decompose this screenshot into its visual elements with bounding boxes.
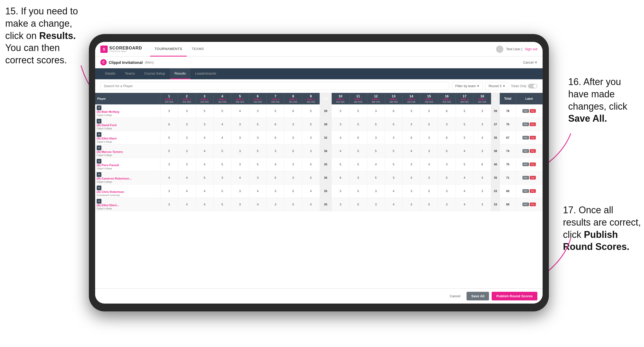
score-hole-7[interactable]: 6 [267, 118, 284, 131]
score-hole-4[interactable]: 4 [213, 118, 231, 131]
cancel-tournament-btn[interactable]: Cancel ✕ [523, 60, 537, 64]
score-hole-10[interactable]: 6 [332, 171, 349, 184]
score-hole-15[interactable]: 3 [420, 131, 438, 144]
score-hole-6[interactable]: 5 [249, 144, 267, 158]
score-hole-16[interactable]: 5 [438, 171, 456, 184]
score-hole-6[interactable]: 4 [249, 198, 267, 211]
dq-button[interactable]: DQ [530, 163, 536, 166]
score-hole-3[interactable]: 5 [196, 171, 214, 184]
score-hole-13[interactable]: 4 [385, 184, 402, 198]
score-hole-12[interactable]: 3 [367, 104, 385, 118]
score-hole-9[interactable]: 5 [302, 171, 320, 184]
score-hole-12[interactable]: 4 [367, 158, 385, 171]
score-hole-4[interactable]: 5 [213, 144, 231, 158]
score-hole-13[interactable]: 6 [385, 104, 402, 118]
score-hole-3[interactable]: 4 [196, 131, 214, 144]
score-hole-2[interactable]: 3 [178, 144, 196, 158]
score-hole-10[interactable]: 4 [332, 144, 349, 158]
score-hole-3[interactable]: 4 [196, 198, 214, 211]
cancel-action-button[interactable]: Cancel [446, 292, 464, 300]
score-hole-2[interactable]: 4 [178, 171, 196, 184]
score-hole-9[interactable]: 5 [302, 158, 320, 171]
score-hole-6[interactable]: 5 [249, 118, 267, 131]
score-hole-18[interactable]: 6 [473, 158, 491, 171]
score-hole-12[interactable]: 3 [367, 184, 385, 198]
dq-button[interactable]: DQ [530, 136, 536, 139]
score-hole-2[interactable]: 3 [178, 131, 196, 144]
score-hole-8[interactable]: 5 [284, 198, 302, 211]
score-hole-12[interactable]: 3 [367, 131, 385, 144]
score-hole-1[interactable]: 3 [160, 184, 178, 198]
score-hole-5[interactable]: 3 [231, 198, 249, 211]
scores-area[interactable]: Player 1PAR: 4370 YDS 2PAR: 5511 YDS 3PA… [95, 93, 543, 288]
score-hole-10[interactable]: 3 [332, 118, 349, 131]
score-hole-7[interactable]: 5 [267, 131, 284, 144]
score-hole-6[interactable]: 3 [249, 131, 267, 144]
wd-button[interactable]: WD [522, 176, 529, 180]
search-input[interactable] [100, 82, 449, 90]
score-hole-3[interactable]: 4 [196, 144, 214, 158]
score-hole-17[interactable]: 5 [456, 118, 473, 131]
score-hole-16[interactable]: 3 [438, 118, 456, 131]
score-hole-5[interactable]: 3 [231, 184, 249, 198]
score-hole-10[interactable]: 3 [332, 104, 349, 118]
score-hole-11[interactable]: 5 [349, 104, 367, 118]
nav-tournaments[interactable]: TOURNAMENTS [150, 42, 187, 57]
score-hole-4[interactable]: 3 [213, 171, 231, 184]
score-hole-7[interactable]: 5 [267, 171, 284, 184]
score-hole-1[interactable]: 6 [160, 118, 178, 131]
score-hole-17[interactable]: 5 [456, 104, 473, 118]
score-hole-16[interactable]: 3 [438, 184, 456, 198]
score-hole-15[interactable]: 5 [420, 184, 438, 198]
sign-out-link[interactable]: Sign out [525, 47, 537, 51]
score-hole-3[interactable]: 4 [196, 184, 214, 198]
score-hole-9[interactable]: 4 [302, 198, 320, 211]
score-hole-4[interactable]: 5 [213, 198, 231, 211]
score-hole-14[interactable]: 3 [402, 118, 420, 131]
score-hole-5[interactable]: 4 [231, 171, 249, 184]
score-hole-2[interactable]: 4 [178, 184, 196, 198]
tab-teams[interactable]: Teams [120, 68, 140, 79]
dq-button[interactable]: DQ [530, 176, 536, 180]
score-hole-17[interactable]: 4 [456, 198, 473, 211]
score-hole-11[interactable]: 5 [349, 144, 367, 158]
score-hole-6[interactable]: 5 [249, 158, 267, 171]
score-hole-14[interactable]: 4 [402, 144, 420, 158]
score-hole-8[interactable]: 3 [284, 171, 302, 184]
score-hole-10[interactable]: 3 [332, 131, 349, 144]
wd-button[interactable]: WD [522, 149, 529, 153]
score-hole-3[interactable]: 4 [196, 158, 214, 171]
score-hole-7[interactable]: 3 [267, 198, 284, 211]
score-hole-17[interactable]: 4 [456, 171, 473, 184]
score-hole-9[interactable]: 4 [302, 184, 320, 198]
score-hole-11[interactable]: 5 [349, 131, 367, 144]
score-hole-13[interactable]: 3 [385, 131, 402, 144]
wd-button[interactable]: WD [522, 189, 529, 193]
score-hole-2[interactable]: 4 [178, 198, 196, 211]
filter-team-dropdown[interactable]: Filter by team ▾ [452, 82, 483, 90]
score-hole-12[interactable]: 5 [367, 118, 385, 131]
score-hole-6[interactable]: 4 [249, 184, 267, 198]
score-hole-18[interactable]: 3 [473, 131, 491, 144]
score-hole-3[interactable]: 3 [196, 118, 214, 131]
score-hole-7[interactable]: 3 [267, 184, 284, 198]
score-hole-11[interactable]: 5 [349, 184, 367, 198]
score-hole-4[interactable]: 5 [213, 104, 231, 118]
score-hole-14[interactable]: 3 [402, 184, 420, 198]
wd-button[interactable]: WD [522, 136, 529, 139]
score-hole-15[interactable]: 5 [420, 104, 438, 118]
score-hole-16[interactable]: 6 [438, 104, 456, 118]
score-hole-14[interactable]: 3 [402, 198, 420, 211]
score-hole-17[interactable]: 4 [456, 184, 473, 198]
score-hole-11[interactable]: 5 [349, 118, 367, 131]
score-hole-5[interactable]: 4 [231, 104, 249, 118]
dq-button[interactable]: DQ [530, 189, 536, 193]
score-hole-16[interactable]: 6 [438, 131, 456, 144]
score-hole-17[interactable]: 5 [456, 158, 473, 171]
dq-button[interactable]: DQ [530, 109, 536, 113]
score-hole-5[interactable]: 3 [231, 131, 249, 144]
score-hole-13[interactable]: 5 [385, 118, 402, 131]
score-hole-13[interactable]: 5 [385, 144, 402, 158]
score-hole-7[interactable]: 4 [267, 158, 284, 171]
score-hole-18[interactable]: 3 [473, 118, 491, 131]
